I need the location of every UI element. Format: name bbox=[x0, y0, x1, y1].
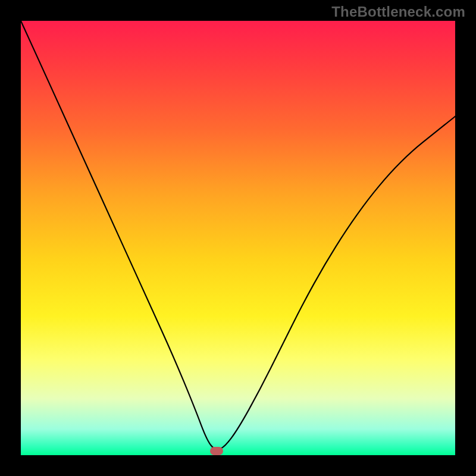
watermark-text: TheBottleneck.com bbox=[331, 4, 465, 20]
chart-container: TheBottleneck.com bbox=[0, 0, 476, 476]
bottleneck-curve bbox=[21, 21, 455, 455]
plot-area bbox=[21, 21, 455, 455]
minimum-marker bbox=[210, 447, 223, 455]
